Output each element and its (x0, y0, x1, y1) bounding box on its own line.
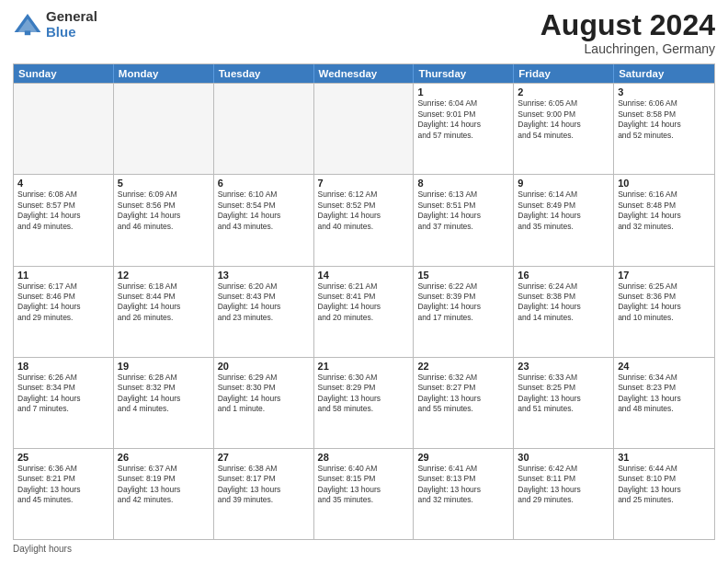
cell-info: Sunrise: 6:20 AM Sunset: 8:43 PM Dayligh… (218, 282, 310, 324)
calendar-cell: 30Sunrise: 6:42 AM Sunset: 8:11 PM Dayli… (514, 449, 614, 539)
cell-info: Sunrise: 6:24 AM Sunset: 8:38 PM Dayligh… (518, 282, 609, 324)
cell-info: Sunrise: 6:28 AM Sunset: 8:32 PM Dayligh… (118, 373, 210, 415)
day-number: 23 (518, 361, 609, 372)
cell-info: Sunrise: 6:34 AM Sunset: 8:23 PM Dayligh… (618, 373, 711, 415)
cell-info: Sunrise: 6:41 AM Sunset: 8:13 PM Dayligh… (417, 464, 509, 506)
calendar-cell: 17Sunrise: 6:25 AM Sunset: 8:36 PM Dayli… (614, 267, 714, 357)
day-number: 22 (417, 361, 509, 372)
calendar-cell: 26Sunrise: 6:37 AM Sunset: 8:19 PM Dayli… (114, 449, 214, 539)
day-number: 31 (618, 452, 711, 463)
calendar-cell: 28Sunrise: 6:40 AM Sunset: 8:15 PM Dayli… (314, 449, 415, 539)
calendar-cell: 7Sunrise: 6:12 AM Sunset: 8:52 PM Daylig… (314, 175, 415, 265)
cell-info: Sunrise: 6:12 AM Sunset: 8:52 PM Dayligh… (318, 190, 410, 232)
calendar-week-row: 11Sunrise: 6:17 AM Sunset: 8:46 PM Dayli… (14, 266, 714, 357)
cell-info: Sunrise: 6:32 AM Sunset: 8:27 PM Dayligh… (417, 373, 509, 415)
day-number: 29 (417, 452, 509, 463)
calendar-cell: 31Sunrise: 6:44 AM Sunset: 8:10 PM Dayli… (614, 449, 714, 539)
day-number: 19 (118, 361, 210, 372)
calendar-cell: 2Sunrise: 6:05 AM Sunset: 9:00 PM Daylig… (514, 84, 614, 174)
calendar-cell: 15Sunrise: 6:22 AM Sunset: 8:39 PM Dayli… (414, 267, 514, 357)
calendar-week-row: 1Sunrise: 6:04 AM Sunset: 9:01 PM Daylig… (14, 83, 714, 174)
svg-rect-2 (25, 30, 30, 35)
month-year-title: August 2024 (540, 9, 715, 41)
cell-info: Sunrise: 6:29 AM Sunset: 8:30 PM Dayligh… (218, 373, 310, 415)
cell-info: Sunrise: 6:26 AM Sunset: 8:34 PM Dayligh… (17, 373, 109, 415)
calendar-cell: 3Sunrise: 6:06 AM Sunset: 8:58 PM Daylig… (614, 84, 714, 174)
calendar-cell: 9Sunrise: 6:14 AM Sunset: 8:49 PM Daylig… (514, 175, 614, 265)
calendar-cell: 24Sunrise: 6:34 AM Sunset: 8:23 PM Dayli… (614, 358, 714, 448)
cell-info: Sunrise: 6:25 AM Sunset: 8:36 PM Dayligh… (618, 282, 711, 324)
day-number: 24 (618, 361, 711, 372)
cell-info: Sunrise: 6:08 AM Sunset: 8:57 PM Dayligh… (17, 190, 109, 232)
cell-info: Sunrise: 6:14 AM Sunset: 8:49 PM Dayligh… (518, 190, 609, 232)
day-number: 15 (417, 270, 509, 281)
day-number: 21 (318, 361, 410, 372)
day-number: 26 (118, 452, 210, 463)
calendar-header-cell: Saturday (614, 64, 714, 83)
logo-general-text: General (46, 9, 97, 25)
calendar-header-cell: Thursday (414, 64, 514, 83)
logo-icon (13, 10, 42, 40)
calendar-cell: 27Sunrise: 6:38 AM Sunset: 8:17 PM Dayli… (214, 449, 314, 539)
calendar-cell: 16Sunrise: 6:24 AM Sunset: 8:38 PM Dayli… (514, 267, 614, 357)
calendar-cell: 4Sunrise: 6:08 AM Sunset: 8:57 PM Daylig… (14, 175, 114, 265)
day-number: 9 (518, 178, 609, 189)
cell-info: Sunrise: 6:18 AM Sunset: 8:44 PM Dayligh… (118, 282, 210, 324)
calendar-cell (314, 84, 415, 174)
calendar-week-row: 25Sunrise: 6:36 AM Sunset: 8:21 PM Dayli… (14, 448, 714, 539)
day-number: 2 (518, 86, 609, 98)
cell-info: Sunrise: 6:22 AM Sunset: 8:39 PM Dayligh… (417, 282, 509, 324)
cell-info: Sunrise: 6:04 AM Sunset: 9:01 PM Dayligh… (417, 98, 509, 141)
calendar-cell: 11Sunrise: 6:17 AM Sunset: 8:46 PM Dayli… (14, 267, 114, 357)
calendar-week-row: 4Sunrise: 6:08 AM Sunset: 8:57 PM Daylig… (14, 174, 714, 265)
logo: General Blue (13, 9, 97, 40)
day-number: 8 (417, 178, 509, 189)
cell-info: Sunrise: 6:06 AM Sunset: 8:58 PM Dayligh… (618, 98, 711, 141)
calendar-cell: 6Sunrise: 6:10 AM Sunset: 8:54 PM Daylig… (214, 175, 314, 265)
calendar-cell (114, 84, 214, 174)
title-block: August 2024 Lauchringen, Germany (540, 9, 715, 56)
footer-note: Daylight hours (13, 544, 715, 554)
calendar-cell: 8Sunrise: 6:13 AM Sunset: 8:51 PM Daylig… (414, 175, 514, 265)
calendar-header-cell: Sunday (14, 64, 114, 83)
location-title: Lauchringen, Germany (540, 41, 715, 56)
cell-info: Sunrise: 6:09 AM Sunset: 8:56 PM Dayligh… (118, 190, 210, 232)
day-number: 28 (318, 452, 410, 463)
cell-info: Sunrise: 6:13 AM Sunset: 8:51 PM Dayligh… (417, 190, 509, 232)
cell-info: Sunrise: 6:10 AM Sunset: 8:54 PM Dayligh… (218, 190, 310, 232)
day-number: 13 (218, 270, 310, 281)
calendar: SundayMondayTuesdayWednesdayThursdayFrid… (13, 63, 715, 540)
page: General Blue August 2024 Lauchringen, Ge… (0, 0, 728, 563)
calendar-header-cell: Tuesday (214, 64, 314, 83)
calendar-header-cell: Wednesday (314, 64, 415, 83)
cell-info: Sunrise: 6:33 AM Sunset: 8:25 PM Dayligh… (518, 373, 609, 415)
logo-text: General Blue (46, 9, 97, 40)
logo-blue-text: Blue (46, 25, 97, 40)
calendar-cell: 10Sunrise: 6:16 AM Sunset: 8:48 PM Dayli… (614, 175, 714, 265)
day-number: 11 (17, 270, 109, 281)
cell-info: Sunrise: 6:16 AM Sunset: 8:48 PM Dayligh… (618, 190, 711, 232)
calendar-cell (14, 84, 114, 174)
calendar-cell: 18Sunrise: 6:26 AM Sunset: 8:34 PM Dayli… (14, 358, 114, 448)
calendar-cell: 22Sunrise: 6:32 AM Sunset: 8:27 PM Dayli… (414, 358, 514, 448)
cell-info: Sunrise: 6:30 AM Sunset: 8:29 PM Dayligh… (318, 373, 410, 415)
cell-info: Sunrise: 6:17 AM Sunset: 8:46 PM Dayligh… (17, 282, 109, 324)
calendar-week-row: 18Sunrise: 6:26 AM Sunset: 8:34 PM Dayli… (14, 357, 714, 448)
day-number: 16 (518, 270, 609, 281)
day-number: 17 (618, 270, 711, 281)
cell-info: Sunrise: 6:44 AM Sunset: 8:10 PM Dayligh… (618, 464, 711, 506)
calendar-cell: 23Sunrise: 6:33 AM Sunset: 8:25 PM Dayli… (514, 358, 614, 448)
day-number: 14 (318, 270, 410, 281)
day-number: 12 (118, 270, 210, 281)
calendar-cell: 14Sunrise: 6:21 AM Sunset: 8:41 PM Dayli… (314, 267, 415, 357)
cell-info: Sunrise: 6:36 AM Sunset: 8:21 PM Dayligh… (17, 464, 109, 506)
day-number: 27 (218, 452, 310, 463)
day-number: 10 (618, 178, 711, 189)
calendar-header-cell: Friday (514, 64, 614, 83)
day-number: 30 (518, 452, 609, 463)
calendar-cell: 5Sunrise: 6:09 AM Sunset: 8:56 PM Daylig… (114, 175, 214, 265)
calendar-cell: 13Sunrise: 6:20 AM Sunset: 8:43 PM Dayli… (214, 267, 314, 357)
calendar-cell: 21Sunrise: 6:30 AM Sunset: 8:29 PM Dayli… (314, 358, 415, 448)
day-number: 6 (218, 178, 310, 189)
cell-info: Sunrise: 6:37 AM Sunset: 8:19 PM Dayligh… (118, 464, 210, 506)
